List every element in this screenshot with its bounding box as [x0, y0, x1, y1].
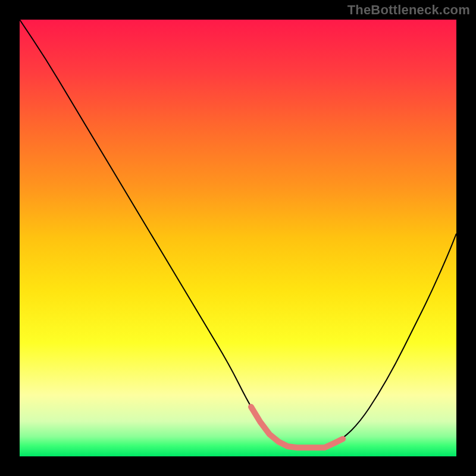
plot-area	[20, 20, 456, 456]
curve-path	[20, 20, 456, 447]
highlight-segment	[251, 407, 343, 448]
bottleneck-curve	[20, 20, 456, 456]
chart-frame: TheBottleneck.com	[0, 0, 476, 476]
watermark-text: TheBottleneck.com	[347, 2, 470, 18]
